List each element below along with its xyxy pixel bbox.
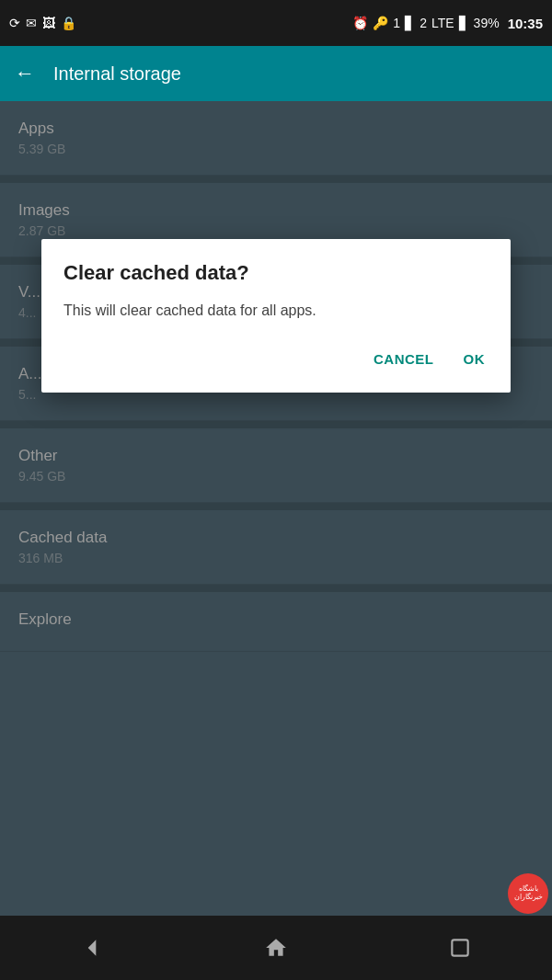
icon-msg: ✉	[26, 16, 37, 30]
ok-button[interactable]: OK	[460, 344, 489, 374]
back-button[interactable]: ←	[15, 62, 35, 85]
page-title: Internal storage	[53, 63, 181, 85]
watermark-text: باشگاه خبرنگاران	[508, 885, 548, 902]
icon-sim1: 1	[393, 16, 400, 30]
status-bar: ⟳ ✉ 🖼 🔒 ⏰ 🔑 1 ▋ 2 LTE ▋ 39% 10:35	[0, 0, 552, 46]
dialog-message: This will clear cached data for all apps…	[63, 300, 489, 322]
icon-lte: LTE	[431, 16, 454, 30]
icon-sim2: 2	[420, 16, 427, 30]
icon-multitask: ⟳	[9, 16, 20, 30]
svg-rect-1	[452, 940, 467, 955]
bottom-nav: باشگاه خبرنگاران	[0, 916, 552, 980]
back-nav-button[interactable]	[64, 929, 120, 966]
cancel-button[interactable]: CANCEL	[370, 344, 438, 374]
main-content: Apps 5.39 GB Images 2.87 GB V... 4... A.…	[0, 101, 552, 916]
dialog-overlay: Clear cached data? This will clear cache…	[0, 101, 552, 916]
icon-alarm: ⏰	[352, 16, 368, 30]
icon-battery: 39%	[474, 16, 500, 30]
status-time: 10:35	[508, 16, 543, 31]
status-bar-right: ⏰ 🔑 1 ▋ 2 LTE ▋ 39% 10:35	[352, 16, 543, 31]
icon-key: 🔑	[373, 16, 388, 30]
dialog-title: Clear cached data?	[63, 261, 489, 285]
app-bar: ← Internal storage	[0, 46, 552, 101]
icon-vpn: 🔒	[61, 16, 76, 30]
status-bar-left: ⟳ ✉ 🖼 🔒	[9, 16, 76, 30]
watermark-badge: باشگاه خبرنگاران	[508, 873, 548, 914]
recents-nav-button[interactable]	[432, 929, 488, 966]
svg-marker-0	[88, 940, 97, 955]
icon-photo: 🖼	[42, 16, 55, 30]
icon-signal2: ▋	[459, 16, 469, 30]
dialog: Clear cached data? This will clear cache…	[41, 239, 511, 393]
dialog-actions: CANCEL OK	[63, 344, 489, 382]
home-nav-button[interactable]	[248, 929, 304, 966]
icon-signal1: ▋	[405, 16, 415, 30]
